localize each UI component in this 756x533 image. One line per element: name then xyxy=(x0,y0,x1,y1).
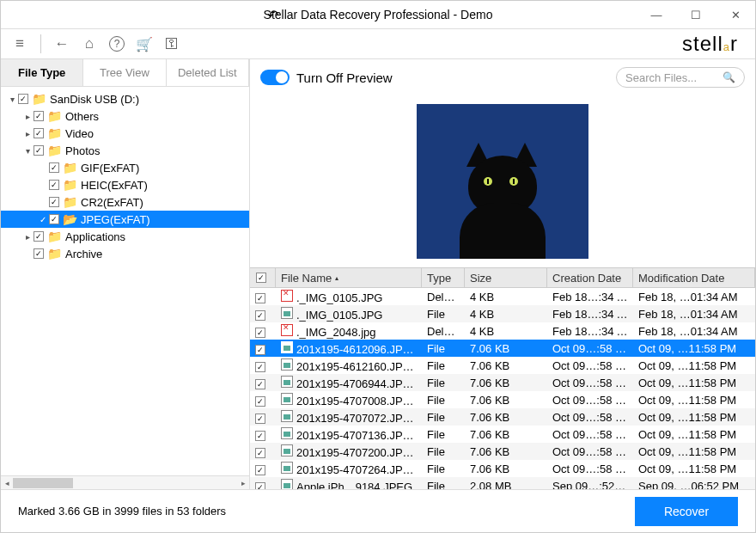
help-button[interactable]: ? xyxy=(105,32,129,56)
cart-button[interactable]: 🛒 xyxy=(132,32,156,56)
file-row[interactable]: ✓201x195-4707072.JPEGFile7.06 KBOct 09…:… xyxy=(250,408,755,426)
minimize-button[interactable]: — xyxy=(637,1,676,28)
expand-icon[interactable]: ▸ xyxy=(21,232,34,242)
file-checkbox[interactable]: ✓ xyxy=(255,414,265,424)
file-modification-date: Oct 09, …11:58 PM xyxy=(633,411,755,424)
file-checkbox[interactable]: ✓ xyxy=(255,448,265,458)
file-checkbox[interactable]: ✓ xyxy=(255,362,265,372)
tree-item[interactable]: ✓📁HEIC(ExFAT) xyxy=(1,176,249,193)
file-icon xyxy=(281,307,293,319)
expand-icon[interactable]: ▾ xyxy=(6,95,18,104)
preview-toggle[interactable] xyxy=(260,70,290,85)
file-modification-date: Feb 18, …01:34 AM xyxy=(633,291,755,303)
tree-item[interactable]: ✓📁GIF(ExFAT) xyxy=(1,159,249,176)
header-checkbox[interactable]: ✓ xyxy=(250,268,276,287)
file-icon xyxy=(281,358,293,371)
file-icon xyxy=(281,462,293,474)
file-modification-date: Oct 09, …11:58 PM xyxy=(633,428,755,441)
tree-item[interactable]: ▸✓📁Applications xyxy=(1,228,249,245)
file-name: 201x195-4706944.JPEG xyxy=(296,377,418,390)
file-row[interactable]: ✓201x195-4706944.JPEGFile7.06 KBOct 09…:… xyxy=(250,374,755,391)
tree-checkbox[interactable]: ✓ xyxy=(49,162,59,173)
file-row[interactable]: ✓201x195-4707264.JPEGFile7.06 KBOct 09…:… xyxy=(250,460,755,477)
file-checkbox[interactable]: ✓ xyxy=(255,396,265,407)
column-creation-date[interactable]: Creation Date xyxy=(547,268,633,287)
tree-view[interactable]: ▾✓📁SanDisk USB (D:)▸✓📁Others▸✓📁Video▾✓📁P… xyxy=(1,87,249,475)
file-row[interactable]: ✓._IMG_0105.JPGFile4 KBFeb 18…:34 AMFeb … xyxy=(250,305,755,322)
search-input[interactable]: Search Files... 🔍 xyxy=(616,67,745,88)
tree-checkbox[interactable]: ✓ xyxy=(34,128,44,138)
file-modification-date: Sep 09, …06:52 PM xyxy=(633,480,755,490)
folder-icon: 📁 xyxy=(63,195,77,209)
file-checkbox[interactable]: ✓ xyxy=(255,328,265,338)
tab-tree-view[interactable]: Tree View xyxy=(83,59,166,86)
tree-item[interactable]: ▸✓📁Others xyxy=(1,107,249,125)
column-type[interactable]: Type xyxy=(422,268,465,287)
expand-icon[interactable]: ✓ xyxy=(37,215,49,224)
column-file-name[interactable]: File Name▴ xyxy=(276,268,422,287)
expand-icon[interactable]: ▸ xyxy=(21,112,34,121)
file-checkbox[interactable]: ✓ xyxy=(255,431,265,441)
tab-file-type[interactable]: File Type xyxy=(1,59,83,86)
close-button[interactable]: ✕ xyxy=(716,1,755,28)
expand-icon[interactable]: ▸ xyxy=(21,129,34,138)
tree-item-label: Photos xyxy=(65,144,100,157)
scroll-left-arrow[interactable]: ◂ xyxy=(1,476,13,490)
column-size[interactable]: Size xyxy=(465,268,547,287)
file-row[interactable]: ✓201x195-4612096.JPEGFile7.06 KBOct 09…:… xyxy=(250,340,755,357)
tree-checkbox[interactable]: ✓ xyxy=(34,231,44,242)
file-row[interactable]: ✓201x195-4707136.JPEGFile7.06 KBOct 09…:… xyxy=(250,426,755,443)
file-checkbox[interactable]: ✓ xyxy=(255,379,265,389)
folder-icon: 📁 xyxy=(47,230,62,243)
home-button[interactable]: ⌂ xyxy=(77,32,101,56)
tree-item[interactable]: ▾✓📁Photos xyxy=(1,142,249,159)
tree-item-label: HEIC(ExFAT) xyxy=(81,179,148,192)
file-row[interactable]: ✓201x195-4707200.JPEGFile7.06 KBOct 09…:… xyxy=(250,443,755,460)
file-row[interactable]: ✓201x195-4707008.JPEGFile7.06 KBOct 09…:… xyxy=(250,391,755,408)
tree-checkbox[interactable]: ✓ xyxy=(49,180,59,190)
tree-checkbox[interactable]: ✓ xyxy=(34,145,44,156)
tree-item[interactable]: ▸✓📁Video xyxy=(1,125,249,142)
tree-item-label: Applications xyxy=(65,230,125,243)
menu-button[interactable]: ≡ xyxy=(8,32,32,56)
tree-checkbox[interactable]: ✓ xyxy=(49,214,59,224)
file-checkbox[interactable]: ✓ xyxy=(255,345,265,355)
titlebar: ↶ Stellar Data Recovery Professional - D… xyxy=(1,1,755,28)
file-checkbox[interactable]: ✓ xyxy=(255,465,265,475)
back-button[interactable]: ← xyxy=(50,32,74,56)
file-size: 7.06 KB xyxy=(465,377,547,389)
file-checkbox[interactable]: ✓ xyxy=(255,482,265,490)
preview-area xyxy=(250,95,755,267)
file-icon xyxy=(281,376,293,388)
tree-item[interactable]: ▾✓📁SanDisk USB (D:) xyxy=(1,90,249,107)
tab-deleted-list[interactable]: Deleted List xyxy=(167,59,249,86)
app-title: Stellar Data Recovery Professional - Dem… xyxy=(264,8,493,21)
tree-checkbox[interactable]: ✓ xyxy=(18,94,28,104)
tree-checkbox[interactable]: ✓ xyxy=(49,197,59,207)
folder-icon: 📁 xyxy=(63,178,77,192)
file-row[interactable]: ✓Apple iPh…9184.JPEGFile2.08 MBSep 09…:5… xyxy=(250,477,755,489)
file-checkbox[interactable]: ✓ xyxy=(255,293,265,303)
file-row[interactable]: ✓._IMG_2048.jpgDel…ile4 KBFeb 18…:34 AMF… xyxy=(250,322,755,340)
file-row[interactable]: ✓._IMG_0105.JPGDel…ile4 KBFeb 18…:34 AMF… xyxy=(250,288,755,305)
recover-button[interactable]: Recover xyxy=(635,497,738,526)
file-creation-date: Feb 18…:34 AM xyxy=(547,325,633,338)
tree-item[interactable]: ✓✓📂JPEG(ExFAT) xyxy=(1,211,249,228)
maximize-button[interactable]: ☐ xyxy=(676,1,716,28)
tree-item[interactable]: ✓📁Archive xyxy=(1,245,249,262)
horizontal-scrollbar[interactable]: ◂ ▸ xyxy=(1,475,249,489)
scroll-right-arrow[interactable]: ▸ xyxy=(237,476,249,490)
tree-checkbox[interactable]: ✓ xyxy=(34,248,44,259)
file-list[interactable]: ✓._IMG_0105.JPGDel…ile4 KBFeb 18…:34 AMF… xyxy=(250,288,755,489)
activation-button[interactable]: ⚿ xyxy=(160,32,184,56)
tree-checkbox[interactable]: ✓ xyxy=(34,111,44,121)
file-type: Del…ile xyxy=(422,291,465,303)
file-type: Del…ile xyxy=(422,325,465,338)
file-row[interactable]: ✓201x195-4612160.JPEGFile7.06 KBOct 09…:… xyxy=(250,357,755,374)
tree-item[interactable]: ✓📁CR2(ExFAT) xyxy=(1,193,249,211)
file-checkbox[interactable]: ✓ xyxy=(255,310,265,321)
file-modification-date: Oct 09, …11:58 PM xyxy=(633,445,755,458)
scroll-thumb[interactable] xyxy=(13,478,73,488)
expand-icon[interactable]: ▾ xyxy=(21,146,34,156)
column-modification-date[interactable]: Modification Date xyxy=(633,268,755,287)
